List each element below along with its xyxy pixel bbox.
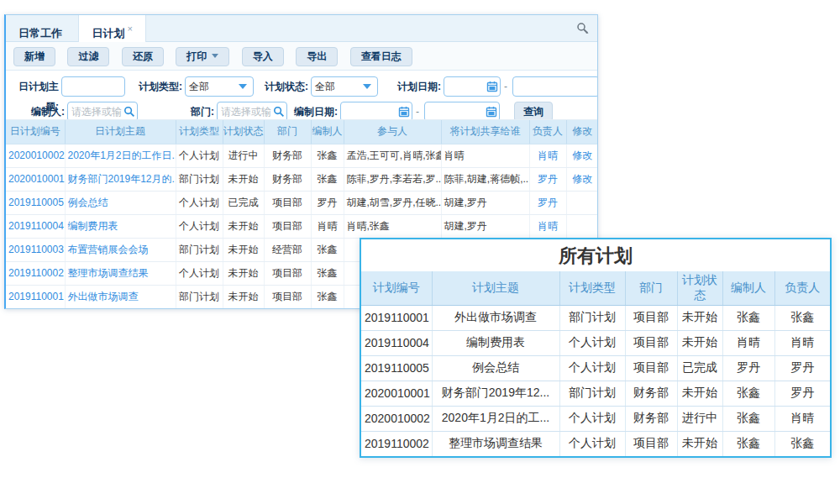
date-range-separator: - <box>416 102 419 120</box>
table-row[interactable]: 20200100022020年1月2日的工作日...个人计划进行中财务部张鑫孟浩… <box>6 144 598 167</box>
cell-type: 部门计划 <box>176 285 223 308</box>
cell-subject: 2020年1月2日的工... <box>432 406 559 431</box>
restore-button[interactable]: 还原 <box>122 47 164 66</box>
filter-button[interactable]: 过滤 <box>67 47 109 66</box>
zoom-search-icon[interactable] <box>576 22 590 35</box>
table-row[interactable]: 2019110005例会总结个人计划已完成项目部罗丹胡建,胡雪,罗丹,任晓...… <box>6 191 598 214</box>
column-header-owner[interactable]: 负责人 <box>529 120 566 144</box>
cell-owner[interactable]: 罗丹 <box>529 167 566 191</box>
cell-subject[interactable]: 财务部门2019年12月的... <box>65 167 176 191</box>
close-tab-icon[interactable]: × <box>127 24 132 34</box>
cell-creator: 罗丹 <box>311 191 344 214</box>
cell-owner[interactable]: 肖晴 <box>529 144 566 167</box>
column-header-type[interactable]: 计划类型 <box>559 271 625 305</box>
cell-status: 未开始 <box>677 305 722 330</box>
cell-subject: 整理市场调查结果 <box>432 431 559 456</box>
table-row[interactable]: 2019110004编制费用表个人计划项目部未开始肖晴肖晴 <box>361 330 830 355</box>
cell-subject[interactable]: 布置营销展会会场 <box>65 238 176 261</box>
view-log-button[interactable]: 查看日志 <box>350 47 412 66</box>
cell-plan-id[interactable]: 2019110002 <box>6 261 65 285</box>
column-header-dept[interactable]: 部门 <box>625 271 677 305</box>
cell-shared-with: 胡建,罗丹 <box>441 214 529 238</box>
cell-edit <box>566 191 598 214</box>
calendar-icon[interactable] <box>486 106 497 118</box>
cell-status: 未开始 <box>677 431 722 456</box>
cell-subject[interactable]: 例会总结 <box>65 191 176 214</box>
cell-creator: 张鑫 <box>722 431 774 456</box>
import-button[interactable]: 导入 <box>242 47 284 66</box>
cell-type: 个人计划 <box>559 406 625 431</box>
cell-edit[interactable]: 修改 <box>566 144 598 167</box>
table-row[interactable]: 2019110004编制费用表个人计划未开始项目部肖晴肖晴,张鑫胡建,罗丹肖晴 <box>6 214 598 238</box>
plan-type-select[interactable]: 全部 <box>185 76 254 97</box>
column-header-status[interactable]: 计划状态 <box>677 271 722 305</box>
cell-plan-id[interactable]: 2019110001 <box>6 285 65 308</box>
column-header-creator[interactable]: 编制人 <box>722 271 774 305</box>
cell-creator: 张鑫 <box>311 238 344 261</box>
query-button[interactable]: 查询 <box>514 102 553 120</box>
column-header-dept[interactable]: 部门 <box>264 120 311 144</box>
table-row[interactable]: 2020010001财务部门2019年12月的...部门计划未开始财务部张鑫陈菲… <box>6 167 598 191</box>
cell-edit[interactable]: 修改 <box>566 167 598 191</box>
cell-plan-id[interactable]: 2020010002 <box>6 144 65 167</box>
table-row[interactable]: 2019110005例会总结个人计划项目部已完成罗丹罗丹 <box>361 355 830 381</box>
cell-subject[interactable]: 编制费用表 <box>65 214 176 238</box>
column-header-subject[interactable]: 计划主题 <box>432 271 559 305</box>
plan-status-select[interactable]: 全部 <box>311 76 378 97</box>
column-header-plan-id[interactable]: 日计划编号 <box>6 120 65 144</box>
cell-participants: 孟浩,王可可,肖晴,张鑫 <box>344 144 441 167</box>
cell-participants: 胡建,胡雪,罗丹,任晓... <box>344 191 441 214</box>
cell-plan-id: 2019110005 <box>361 355 432 381</box>
column-header-creator[interactable]: 编制人 <box>311 120 344 144</box>
cell-dept: 项目部 <box>625 305 677 330</box>
print-button[interactable]: 打印 <box>176 47 229 66</box>
print-button-label: 打印 <box>186 50 207 62</box>
toolbar: 新增 过滤 还原 打印 导入 导出 查看日志 <box>6 42 597 71</box>
column-header-plan-id[interactable]: 计划编号 <box>361 271 432 305</box>
column-header-owner[interactable]: 负责人 <box>774 271 830 305</box>
cell-owner[interactable]: 罗丹 <box>529 191 566 214</box>
calendar-icon[interactable] <box>486 81 498 92</box>
table-row[interactable]: 2019110001外出做市场调查部门计划项目部未开始张鑫张鑫 <box>361 305 830 330</box>
all-plans-table: 计划编号计划主题计划类型部门计划状态编制人负责人2019110001外出做市场调… <box>361 271 830 457</box>
cell-creator: 张鑫 <box>311 285 344 308</box>
tab-daily-work[interactable]: 日常工作 <box>6 20 75 47</box>
column-header-shared-with[interactable]: 将计划共享给谁 <box>441 120 529 144</box>
table-row[interactable]: 2020010001财务部门2019年12...部门计划财务部未开始张鑫罗丹 <box>361 381 830 406</box>
cell-subject[interactable]: 2020年1月2日的工作日... <box>65 144 176 167</box>
table-row[interactable]: 2019110002整理市场调查结果个人计划项目部未开始张鑫张鑫 <box>361 431 830 456</box>
cell-creator: 肖晴 <box>722 330 774 355</box>
cell-subject[interactable]: 整理市场调查结果 <box>65 261 176 285</box>
calendar-icon[interactable] <box>398 106 410 118</box>
tab-daily-plan[interactable]: 日计划× <box>78 15 145 42</box>
export-button[interactable]: 导出 <box>296 47 338 66</box>
cell-plan-id[interactable]: 2019110004 <box>6 214 65 238</box>
column-header-subject[interactable]: 日计划主题 <box>65 120 176 144</box>
cell-subject[interactable]: 外出做市场调查 <box>65 285 176 308</box>
plan-date-label: 计划日期: <box>391 76 441 97</box>
column-header-edit[interactable]: 修改 <box>566 120 598 144</box>
cell-owner[interactable]: 肖晴 <box>529 214 566 238</box>
cell-status: 未开始 <box>223 214 264 238</box>
column-header-participants[interactable]: 参与人 <box>344 120 441 144</box>
created-date-label: 编制日期: <box>287 102 338 120</box>
search-icon[interactable] <box>273 106 285 118</box>
cell-type: 个人计划 <box>559 431 625 456</box>
cell-shared-with: 胡建,罗丹 <box>441 191 529 214</box>
cell-dept: 项目部 <box>264 261 311 285</box>
add-button[interactable]: 新增 <box>13 47 55 66</box>
cell-type: 个人计划 <box>176 144 223 167</box>
cell-type: 个人计划 <box>176 261 223 285</box>
plan-date-to-input[interactable] <box>512 76 597 97</box>
table-row[interactable]: 20200100022020年1月2日的工...个人计划财务部进行中张鑫肖晴 <box>361 406 830 431</box>
cell-plan-id[interactable]: 2020010001 <box>6 167 65 191</box>
cell-plan-id[interactable]: 2019110003 <box>6 238 65 261</box>
cell-dept: 项目部 <box>625 330 677 355</box>
cell-creator: 张鑫 <box>311 167 344 191</box>
cell-plan-id[interactable]: 2019110005 <box>6 191 65 214</box>
subject-input[interactable] <box>61 76 125 97</box>
column-header-status[interactable]: 计划状态 <box>223 120 264 144</box>
column-header-type[interactable]: 计划类型 <box>176 120 223 144</box>
cell-dept: 项目部 <box>625 431 677 456</box>
search-icon[interactable] <box>123 106 135 118</box>
